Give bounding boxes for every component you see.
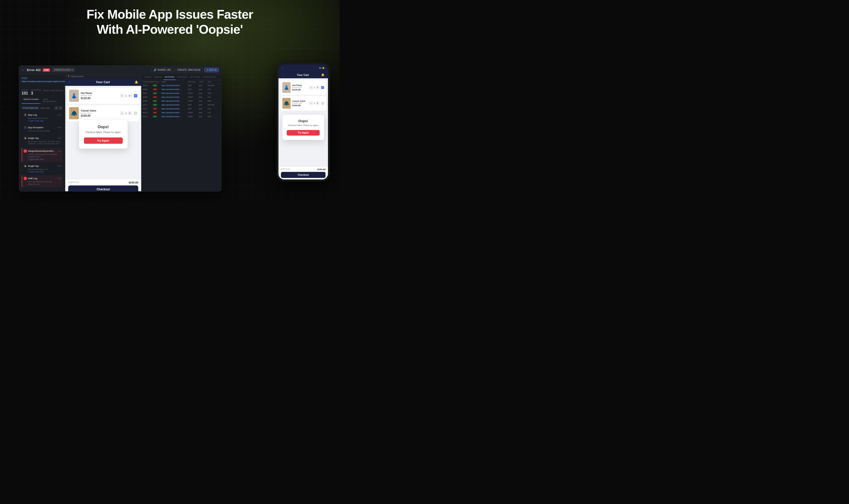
cell-type: json xyxy=(199,115,208,118)
cell-name: https://jsonplaceholder.... xyxy=(161,84,188,87)
table-row[interactable]: 00:04 200 https://jsonplaceholder.... GE… xyxy=(141,84,221,88)
col-timestamp: TIMESTAMP xyxy=(143,81,153,83)
cell-type: json xyxy=(199,104,208,106)
nav-down-button[interactable]: ▼ xyxy=(59,106,63,110)
left-panel: POST https://conduit.productionready.io/… xyxy=(19,74,65,191)
status-badge[interactable]: UNRESOLVED ▾ xyxy=(52,68,75,72)
cell-method: GET xyxy=(188,108,199,110)
phone-qty-plus-1[interactable]: + xyxy=(316,101,319,105)
cell-method: POST xyxy=(188,100,199,102)
cart-checkbox-0[interactable]: ✓ xyxy=(134,94,137,97)
bc-icon-2: 👆 xyxy=(23,137,27,140)
dashboard-footer: ▶ 1:36 / 2:20 1x 2x 3x 4x ↗ ↗ REPRO STEP… xyxy=(19,191,221,192)
cart-back-icon[interactable]: ← xyxy=(68,80,71,84)
qty-minus-0[interactable]: − xyxy=(120,94,124,98)
cell-size: 26.9 KB xyxy=(208,84,220,87)
breadcrumb-item-3[interactable]: ! IntegerdivisionbyzeroEx... 0:11 Cannot… xyxy=(22,148,63,162)
phone-qty-plus-0[interactable]: + xyxy=(316,86,319,89)
cell-status: 201 xyxy=(153,100,161,102)
filter-button[interactable]: ⊞ Event Types (All) xyxy=(22,106,39,109)
cell-size: 26.9 KB xyxy=(208,104,220,106)
share-icon: 🔗 xyxy=(154,69,157,71)
phone-try-again-button[interactable]: Try Again xyxy=(287,130,320,136)
tab-breadcrumbs[interactable]: BREADCRUMBS xyxy=(22,97,40,104)
bc-detail-4: http://www.filmtwine.com xyxy=(28,168,61,171)
tab-zipy-logs[interactable]: ZIPY LOGS xyxy=(189,74,201,80)
table-row[interactable]: 00:09 404 https://jsonplaceholder.... PO… xyxy=(141,95,221,99)
cell-timestamp: 00:13 xyxy=(143,111,153,114)
cart-item-price-1: $169,89 xyxy=(81,114,118,117)
ask-ai-button[interactable]: ✦ ASK AI xyxy=(204,68,219,72)
nav-up-button[interactable]: ▲ xyxy=(54,106,58,110)
phone-signal-icon: ●● xyxy=(319,67,321,69)
cell-status: 404 xyxy=(153,108,161,110)
cart-bell-icon[interactable]: 🔔 xyxy=(135,80,138,84)
open-devtools-0[interactable]: ⬡ Open in Dev Tools xyxy=(28,120,61,122)
cart-item-img-1: 🧥 xyxy=(69,107,79,119)
table-row[interactable]: 00:13 404 https://jsonplaceholder.... PO… xyxy=(141,111,221,115)
phone-item-price-1: $169,89 xyxy=(292,104,307,107)
open-devtools-3[interactable]: ⬡ Open in Dev Tools xyxy=(28,159,61,161)
phone-content: ← Your Cart 🔔 👗 Hot Pants Bomber Britt $… xyxy=(279,71,328,179)
table-row[interactable]: 00:11 200 https://jsonplaceholder.... GE… xyxy=(141,103,221,107)
cell-timestamp: 00:11 xyxy=(143,104,153,106)
phone-oops-title: Oops! xyxy=(287,119,320,123)
cell-timestamp: 00:10 xyxy=(143,100,153,102)
tab-profiler[interactable]: PROFILER xyxy=(176,74,189,80)
try-again-button[interactable]: Try Again xyxy=(84,138,123,144)
phone-item-name-1: Casual Jeans xyxy=(292,100,307,102)
cart-item-1: 🧥 Casual Jeans Bomber Britt $169,89 − 1 … xyxy=(67,105,139,121)
phone-checkout-button[interactable]: Checkout xyxy=(281,172,325,178)
table-row[interactable]: 00:14 201 https://jsonplaceholder.... PO… xyxy=(141,115,221,119)
phone-qty-minus-0[interactable]: − xyxy=(309,86,313,89)
create-jira-button[interactable]: CREATE JIRA ISSUE xyxy=(175,68,203,72)
bc-name-5: ANR Log xyxy=(28,177,56,180)
table-row[interactable]: 00:07 201 https://jsonplaceholder.... PO… xyxy=(141,91,221,95)
phone-cart-back[interactable]: ← xyxy=(282,73,285,76)
back-button[interactable]: ← xyxy=(22,68,25,72)
bc-icon-5: ! xyxy=(23,177,27,180)
bc-icon-1: ⏱ xyxy=(23,126,27,129)
cart-header: ← Your Cart 🔔 xyxy=(65,78,141,86)
tab-crash[interactable]: CRASH xyxy=(143,74,153,80)
share-url-button[interactable]: 🔗 SHARE URL xyxy=(152,68,174,72)
open-devtools-4[interactable]: ⬡ Open in Dev Tools xyxy=(28,171,61,173)
qty-plus-0[interactable]: + xyxy=(128,94,132,98)
qty-minus-1[interactable]: − xyxy=(120,111,124,115)
phone-checkbox-0[interactable]: ✓ xyxy=(321,86,324,89)
breadcrumb-item-1[interactable]: ⏱ Zipy Exception 0:02 This is an info lo… xyxy=(22,124,63,134)
cell-status: 404 xyxy=(153,111,161,114)
phone-checkbox-1[interactable] xyxy=(321,102,324,105)
cart-title: Your Cart xyxy=(71,80,135,84)
breadcrumb-item-0[interactable]: ⚡ Zipy Log 0:00 http://www.filmtwine.com… xyxy=(22,112,63,123)
cart-checkbox-1[interactable] xyxy=(134,111,137,115)
breadcrumb-item-2[interactable]: 👆 Single Tap 0:08 form [name="request"] … xyxy=(22,135,63,147)
tab-network[interactable]: NETWORK xyxy=(163,74,176,80)
phone-item-qty-0: − 1 + xyxy=(309,86,319,89)
phone-qty-minus-1[interactable]: − xyxy=(309,101,313,105)
breadcrumb-item-4[interactable]: 👆 Single Tap 0:00 http://www.filmtwine.c… xyxy=(22,163,63,175)
cell-type: json xyxy=(199,108,208,110)
table-row[interactable]: 00:12 404 https://jsonplaceholder.... GE… xyxy=(141,107,221,111)
table-row[interactable]: 00:06 404 https://jsonplaceholder.... GE… xyxy=(141,88,221,91)
session-select-label: SELECT USER SESSION: xyxy=(43,90,64,91)
cart-total-value: $299,88 xyxy=(128,181,138,184)
cart-item-sub-1: Bomber Britt xyxy=(81,112,118,114)
cell-method: GET xyxy=(188,88,199,90)
tab-freeze[interactable]: FREEZE xyxy=(153,74,163,80)
stats-row: COUNT 101 SESSIONS 3 SELECT USER SESSION… xyxy=(22,85,63,95)
phone-cart-header: ← Your Cart 🔔 xyxy=(279,71,328,78)
bc-time-1: 0:02 xyxy=(57,126,61,128)
cart-item-info-0: Hot Pants Bomber Britt $129,99 xyxy=(81,92,118,100)
cell-timestamp: 00:14 xyxy=(143,115,153,118)
qty-plus-1[interactable]: + xyxy=(128,111,132,115)
bc-detail-3: Cannot read properties of undefined (rea… xyxy=(28,153,61,158)
checkout-button[interactable]: Checkout xyxy=(68,185,138,191)
dashboard-header: ← Error 422 ANR UNRESOLVED ▾ 🔗 SHARE URL… xyxy=(19,66,221,74)
qty-val-0: 1 xyxy=(125,94,127,97)
cell-name: https://jsonplaceholder.... xyxy=(161,104,188,106)
tab-exceptions[interactable]: EXCEPTIONS xyxy=(202,74,217,80)
tab-user-environment[interactable]: USER ENVIRONMENT xyxy=(40,97,63,104)
breadcrumb-item-5[interactable]: ! ANR Log 0:12 Post: http://filmtwine.co… xyxy=(22,175,63,187)
table-row[interactable]: 00:10 201 https://jsonplaceholder.... PO… xyxy=(141,99,221,103)
